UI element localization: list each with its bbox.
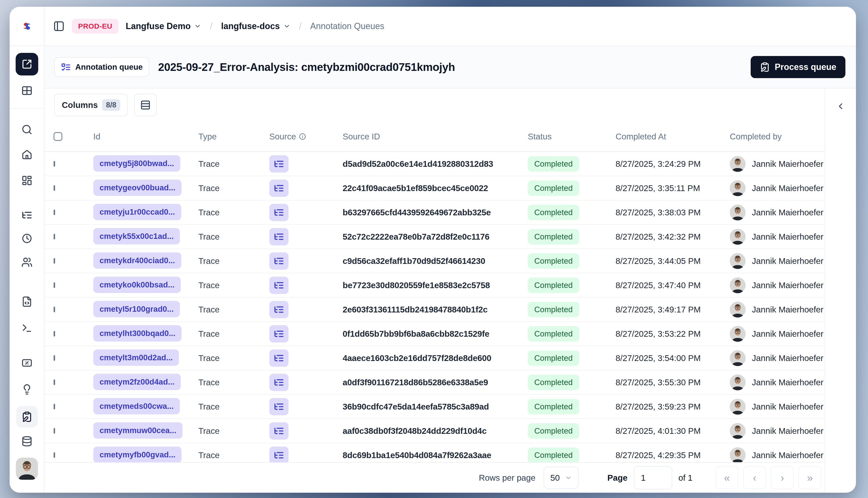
completed-by-avatar — [730, 253, 746, 269]
rows-per-page-select[interactable]: 50 — [544, 467, 579, 489]
row-checkbox[interactable] — [54, 161, 55, 167]
column-header-type[interactable]: Type — [198, 132, 269, 141]
source-id-value: 22c41f09acae5b1ef859bcec45ce0022 — [342, 183, 488, 193]
row-checkbox[interactable] — [54, 234, 55, 239]
sidebar-item-search[interactable] — [22, 124, 33, 135]
row-checkbox[interactable] — [54, 258, 55, 264]
page-total-label: of 1 — [678, 473, 692, 483]
breadcrumb-project[interactable]: langfuse-docs — [221, 21, 290, 31]
annotation-clipboard-icon — [22, 411, 33, 422]
sidebar-toggle-button[interactable] — [53, 21, 65, 32]
row-checkbox[interactable] — [54, 452, 55, 458]
source-trace-button[interactable] — [269, 422, 288, 440]
table-row[interactable]: cmetyk55x00c1ad... Trace 52c72c2222ea78e… — [44, 225, 825, 249]
table-row[interactable]: cmetylht300bqad0... Trace 0f1dd65b7bb9bf… — [44, 322, 825, 346]
row-checkbox[interactable] — [54, 355, 55, 361]
source-trace-button[interactable] — [269, 325, 288, 342]
source-trace-button[interactable] — [269, 374, 288, 391]
select-all-checkbox[interactable] — [54, 132, 62, 141]
sidebar-item-insights[interactable] — [22, 384, 33, 395]
item-id-link[interactable]: cmetyg5j800bwad... — [93, 155, 180, 172]
user-avatar[interactable] — [16, 458, 38, 480]
row-checkbox[interactable] — [54, 307, 55, 312]
table-row[interactable]: cmetymyfb00gvad... Trace 8dc69b1ba1e540b… — [44, 443, 825, 462]
info-icon[interactable] — [299, 133, 306, 140]
table-row[interactable]: cmetyg5j800bwad... Trace d5ad9d52a00c6e1… — [44, 152, 825, 176]
page-number-input[interactable] — [634, 466, 672, 489]
item-id-link[interactable]: cmetyl5r100grad0... — [93, 301, 180, 317]
breadcrumb-org[interactable]: Langfuse Demo — [126, 21, 201, 31]
item-id-link[interactable]: cmetygeov00buad... — [93, 180, 182, 196]
item-id-link[interactable]: cmetyk55x00c1ad... — [93, 228, 180, 245]
completed-at-value: 8/27/2025, 4:01:30 PM — [616, 426, 701, 435]
source-trace-button[interactable] — [269, 301, 288, 318]
row-checkbox[interactable] — [54, 210, 55, 215]
table-row[interactable]: cmetymeds00cwa... Trace 36b90cdfc47e5da1… — [44, 395, 825, 419]
sidebar-item-annotation-queues[interactable] — [16, 406, 38, 428]
item-id-link[interactable]: cmetyju1r00ccad0... — [93, 204, 181, 220]
source-trace-button[interactable] — [269, 398, 288, 415]
page-title: 2025-09-27_Error-Analysis: cmetybzmi00cr… — [158, 61, 742, 74]
row-checkbox[interactable] — [54, 380, 55, 385]
table-row[interactable]: cmetymmuw00cea... Trace aaf0c38db0f3f204… — [44, 419, 825, 443]
item-id-link[interactable]: cmetym2fz00d4ad... — [93, 374, 181, 390]
row-checkbox[interactable] — [54, 404, 55, 409]
item-id-link[interactable]: cmetymmuw00cea... — [93, 422, 182, 438]
column-header-id[interactable]: Id — [93, 132, 198, 141]
column-header-source[interactable]: Source — [269, 132, 342, 141]
expand-panel-button[interactable] — [832, 102, 849, 118]
column-header-status[interactable]: Status — [528, 132, 616, 141]
table-row[interactable]: cmetyl5r100grad0... Trace 2e603f31361115… — [44, 298, 825, 322]
column-header-completed-by[interactable]: Completed by — [730, 132, 825, 141]
source-trace-button[interactable] — [269, 204, 288, 221]
table-row[interactable]: cmetym2fz00d4ad... Trace a0df3f901167218… — [44, 370, 825, 395]
next-page-button[interactable]: › — [771, 466, 794, 489]
row-checkbox[interactable] — [54, 283, 55, 288]
source-trace-button[interactable] — [269, 252, 288, 270]
sidebar-item-users[interactable] — [22, 257, 33, 268]
sidebar-item-datasets[interactable] — [22, 436, 33, 447]
row-checkbox[interactable] — [54, 185, 55, 191]
sidebar-rail — [10, 46, 44, 493]
row-checkbox[interactable] — [54, 428, 55, 434]
sidebar-item-sessions[interactable] — [22, 233, 33, 244]
source-trace-button[interactable] — [269, 228, 288, 245]
sidebar-item-dashboards[interactable] — [22, 175, 33, 186]
item-id-link[interactable]: cmetymeds00cwa... — [93, 398, 180, 414]
open-in-new-button[interactable] — [16, 53, 38, 76]
source-trace-button[interactable] — [269, 277, 288, 294]
first-page-button[interactable]: « — [715, 466, 738, 489]
column-header-completed-at[interactable]: Completed At — [616, 132, 730, 141]
sidebar-item-tables[interactable] — [21, 85, 33, 96]
process-queue-button[interactable]: Process queue — [751, 56, 845, 78]
row-checkbox[interactable] — [54, 331, 55, 337]
sidebar-item-home[interactable] — [22, 149, 33, 160]
item-id-link[interactable]: cmetykdr400ciad0... — [93, 252, 181, 269]
column-header-source-id[interactable]: Source ID — [342, 132, 528, 141]
source-trace-button[interactable] — [269, 180, 288, 197]
item-id-link[interactable]: cmetymyfb00gvad... — [93, 447, 182, 462]
completed-by-name: Jannik Maierhoefer — [752, 159, 824, 169]
row-height-button[interactable] — [134, 94, 157, 116]
sidebar-item-prompts[interactable] — [22, 296, 33, 307]
last-page-button[interactable]: » — [799, 466, 821, 489]
environment-badge[interactable]: PROD-EU — [72, 19, 118, 34]
table-row[interactable]: cmetyju1r00ccad0... Trace b63297665cfd44… — [44, 200, 825, 225]
table-row[interactable]: cmetykdr400ciad0... Trace c9d56ca32efaff… — [44, 249, 825, 273]
sidebar-item-evaluations[interactable] — [22, 357, 33, 368]
columns-button[interactable]: Columns 8/8 — [54, 94, 128, 116]
table-row[interactable]: cmetygeov00buad... Trace 22c41f09acae5b1… — [44, 176, 825, 200]
chevron-down-icon — [194, 23, 201, 30]
queue-type-badge[interactable]: Annotation queue — [54, 57, 149, 77]
sidebar-item-traces[interactable] — [22, 210, 33, 221]
sidebar-item-playground[interactable] — [22, 323, 33, 333]
source-trace-button[interactable] — [269, 447, 288, 462]
item-id-link[interactable]: cmetylht300bqad0... — [93, 325, 182, 342]
table-row[interactable]: cmetyko0k00bsad... Trace be7723e30d80205… — [44, 273, 825, 298]
table-row[interactable]: cmetylt3m00d2ad... Trace 4aaece1603cb2e1… — [44, 346, 825, 370]
item-id-link[interactable]: cmetyko0k00bsad... — [93, 277, 181, 293]
source-trace-button[interactable] — [269, 350, 288, 367]
item-id-link[interactable]: cmetylt3m00d2ad... — [93, 350, 179, 366]
source-trace-button[interactable] — [269, 155, 288, 173]
previous-page-button[interactable]: ‹ — [743, 466, 766, 489]
